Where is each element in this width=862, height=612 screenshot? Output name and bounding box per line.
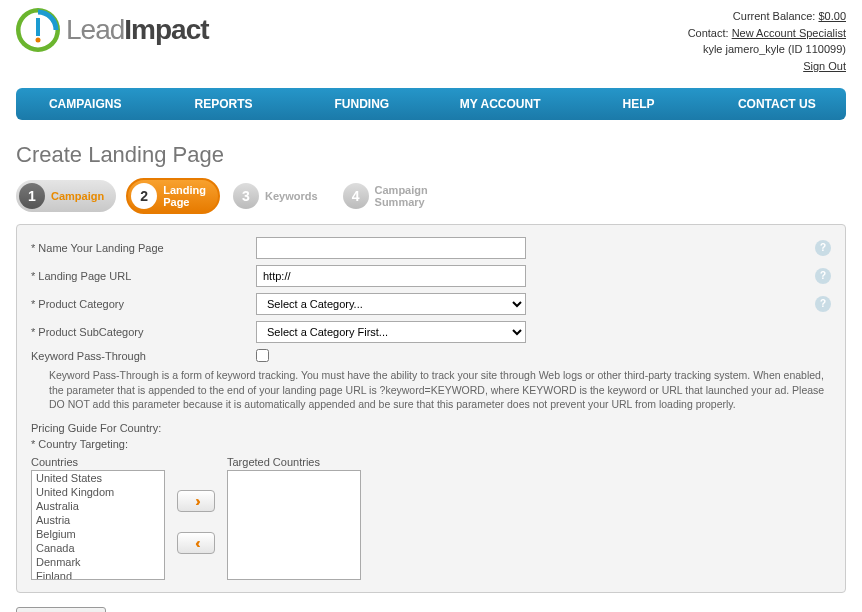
keyword-passthrough-checkbox[interactable] (256, 349, 269, 362)
step-label: LandingPage (163, 184, 206, 208)
account-info: Current Balance: $0.00 Contact: New Acco… (688, 8, 846, 74)
logo-mark-icon (16, 8, 60, 52)
step-num: 1 (19, 183, 45, 209)
logo: LeadImpact (16, 8, 209, 52)
user-id-line: kyle jamero_kyle (ID 110099) (688, 41, 846, 58)
logo-text: LeadImpact (66, 14, 209, 46)
step-label: CampaignSummary (375, 184, 428, 208)
step-num: 2 (131, 183, 157, 209)
form-panel: * Name Your Landing Page ? * Landing Pag… (16, 224, 846, 593)
nav-reports[interactable]: REPORTS (154, 88, 292, 120)
nav-campaigns[interactable]: CAMPAIGNS (16, 88, 154, 120)
step-num: 4 (343, 183, 369, 209)
signout-link[interactable]: Sign Out (803, 60, 846, 72)
logo-text-b: Impact (124, 14, 208, 45)
step-label: Campaign (51, 190, 104, 202)
country-targeting-label: * Country Targeting: (31, 438, 831, 450)
landing-page-url-input[interactable] (256, 265, 526, 287)
nav-help[interactable]: HELP (569, 88, 707, 120)
list-item[interactable]: Belgium (32, 527, 164, 541)
move-left-button[interactable]: ‹‹ (177, 532, 215, 554)
step-keywords[interactable]: 3 Keywords (230, 180, 330, 212)
list-item[interactable]: Australia (32, 499, 164, 513)
targeted-countries-list-label: Targeted Countries (227, 456, 361, 468)
move-right-button[interactable]: ›› (177, 490, 215, 512)
subcategory-label: * Product SubCategory (31, 326, 256, 338)
product-subcategory-select[interactable]: Select a Category First... (256, 321, 526, 343)
name-label: * Name Your Landing Page (31, 242, 256, 254)
help-icon[interactable]: ? (815, 296, 831, 312)
product-category-select[interactable]: Select a Category... (256, 293, 526, 315)
next-step-button[interactable]: Next Step >> (16, 607, 106, 612)
balance-label: Current Balance: (733, 10, 819, 22)
page-title: Create Landing Page (16, 142, 846, 168)
landing-page-name-input[interactable] (256, 237, 526, 259)
wizard-steps: 1 Campaign 2 LandingPage 3 Keywords 4 Ca… (16, 178, 846, 214)
step-campaign[interactable]: 1 Campaign (16, 180, 116, 212)
list-item[interactable]: United Kingdom (32, 485, 164, 499)
nav-contactus[interactable]: CONTACT US (708, 88, 846, 120)
list-item[interactable]: Denmark (32, 555, 164, 569)
targeted-countries-listbox[interactable] (227, 470, 361, 580)
countries-list-label: Countries (31, 456, 165, 468)
step-summary[interactable]: 4 CampaignSummary (340, 180, 440, 212)
pricing-guide-label: Pricing Guide For Country: (31, 422, 831, 434)
step-landing-page[interactable]: 2 LandingPage (126, 178, 220, 214)
logo-text-a: Lead (66, 14, 124, 45)
contact-link[interactable]: New Account Specialist (732, 27, 846, 39)
list-item[interactable]: Finland (32, 569, 164, 580)
url-label: * Landing Page URL (31, 270, 256, 282)
category-label: * Product Category (31, 298, 256, 310)
contact-label: Contact: (688, 27, 732, 39)
help-icon[interactable]: ? (815, 268, 831, 284)
main-nav: CAMPAIGNS REPORTS FUNDING MY ACCOUNT HEL… (16, 88, 846, 120)
list-item[interactable]: Canada (32, 541, 164, 555)
step-num: 3 (233, 183, 259, 209)
countries-listbox[interactable]: United StatesUnited KingdomAustraliaAust… (31, 470, 165, 580)
list-item[interactable]: United States (32, 471, 164, 485)
nav-myaccount[interactable]: MY ACCOUNT (431, 88, 569, 120)
step-label: Keywords (265, 190, 318, 202)
passthrough-help-text: Keyword Pass-Through is a form of keywor… (49, 368, 831, 412)
balance-link[interactable]: $0.00 (818, 10, 846, 22)
svg-rect-1 (36, 18, 40, 36)
svg-point-2 (36, 38, 41, 43)
help-icon[interactable]: ? (815, 240, 831, 256)
list-item[interactable]: Austria (32, 513, 164, 527)
passthrough-label: Keyword Pass-Through (31, 350, 256, 362)
nav-funding[interactable]: FUNDING (293, 88, 431, 120)
